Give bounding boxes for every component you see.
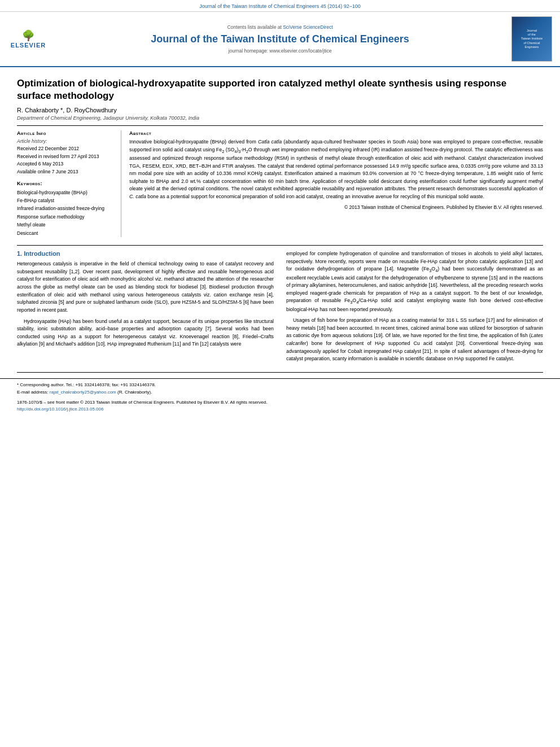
keyword-6: Desiccant — [17, 229, 115, 237]
keywords-section: Keywords: Biological-hydroxyapatite (BHA… — [17, 181, 115, 238]
keyword-2: Fe-BHAp catalyst — [17, 196, 115, 204]
header-area: 🌳 ELSEVIER Contents lists available at S… — [0, 12, 560, 67]
footnote-star: * Corresponding author. Tel.: +91 332414… — [17, 382, 156, 387]
intro-left-col: 1. Introduction Heterogeneous catalysis … — [17, 250, 276, 366]
elsevier-logo-area: 🌳 ELSEVIER — [6, 16, 51, 62]
copyright-line: © 2013 Taiwan Institute of Chemical Engi… — [129, 204, 543, 211]
top-journal-line: Journal of the Taiwan Institute of Chemi… — [0, 0, 560, 12]
abstract-col: Abstract Innovative biological-hydroxyap… — [129, 130, 543, 237]
intro-body-left: Heterogeneous catalysis is imperative in… — [17, 260, 274, 348]
elsevier-logo: 🌳 ELSEVIER — [8, 31, 48, 47]
footnote-email-link[interactable]: rajat_chakraborty25@yahoo.com — [50, 390, 116, 395]
elsevier-label: ELSEVIER — [11, 42, 46, 49]
section-title-text: Introduction — [24, 250, 60, 257]
introduction-two-col: 1. Introduction Heterogeneous catalysis … — [17, 250, 543, 366]
header-center: Contents lists available at SciVerse Sci… — [55, 16, 505, 62]
keyword-4: Response surface methodology — [17, 213, 115, 221]
intro-body-right: employed for complete hydrogenation of q… — [286, 250, 543, 363]
footnote-email-who: (R. Chakraborty). — [117, 390, 152, 395]
footer-divider — [17, 372, 543, 373]
footnote-email-label: E-mail address: — [17, 390, 49, 395]
keyword-5: Methyl oleate — [17, 221, 115, 229]
article-info-col: Article Info Article history: Received 2… — [17, 130, 121, 237]
footnote-email-line: E-mail address: rajat_chakraborty25@yaho… — [17, 389, 543, 396]
journal-title: Journal of the Taiwan Institute of Chemi… — [151, 33, 409, 46]
available-date: Available online 7 June 2013 — [17, 168, 115, 176]
abstract-heading: Abstract — [129, 130, 543, 136]
sciverse-link[interactable]: SciVerse ScienceDirect — [283, 24, 333, 30]
top-journal-citation: Journal of the Taiwan Institute of Chemi… — [199, 3, 361, 9]
history-label: Article history: — [17, 138, 115, 144]
revised-date: Received in revised form 27 April 2013 — [17, 153, 115, 161]
keywords-heading: Keywords: — [17, 181, 115, 186]
received-date: Received 22 December 2012 — [17, 145, 115, 153]
issn-text: 1876-1070/$ – see front matter © 2013 Ta… — [17, 400, 267, 405]
intro-para-2: Hydroxyapatite (HAp) has been found usef… — [17, 318, 274, 349]
main-content: Optimization of biological-hydroxyapatit… — [0, 67, 560, 372]
elsevier-tree-icon: 🌳 — [22, 29, 34, 42]
intro-right-col: employed for complete hydrogenation of q… — [284, 250, 543, 366]
article-info-heading: Article Info — [17, 130, 115, 136]
introduction-section: 1. Introduction Heterogeneous catalysis … — [17, 245, 543, 366]
doi-link[interactable]: http://dx.doi.org/10.1016/j.jtice.2013.0… — [17, 407, 103, 412]
page-wrapper: Journal of the Taiwan Institute of Chemi… — [0, 0, 560, 417]
footnote-text: * Corresponding author. Tel.: +91 332414… — [17, 382, 543, 389]
affiliation-text: Department of Chemical Engineering, Jada… — [17, 115, 543, 121]
article-info-abstract: Article Info Article history: Received 2… — [17, 125, 543, 237]
abstract-text-block: Innovative biological-hydroxyapatite (BH… — [129, 138, 543, 211]
intro-para-4: Usages of fish bone for preparation of H… — [286, 317, 543, 363]
abstract-paragraph: Innovative biological-hydroxyapatite (BH… — [129, 138, 543, 200]
cover-text: Journal of the Taiwan Institute of Chemi… — [521, 29, 542, 49]
footer-issn: 1876-1070/$ – see front matter © 2013 Ta… — [17, 399, 543, 407]
intro-section-title: 1. Introduction — [17, 250, 274, 257]
authors-line: R. Chakraborty *, D. RoyChowdhury — [17, 107, 543, 113]
intro-para-1: Heterogeneous catalysis is imperative in… — [17, 260, 274, 314]
article-title: Optimization of biological-hydroxyapatit… — [17, 77, 543, 102]
authors-text: R. Chakraborty *, D. RoyChowdhury — [17, 107, 117, 113]
journal-homepage: journal homepage: www.elsevier.com/locat… — [229, 48, 332, 54]
footer-doi: http://dx.doi.org/10.1016/j.jtice.2013.0… — [17, 407, 543, 412]
keyword-1: Biological-hydroxyapatite (BHAp) — [17, 189, 115, 196]
keyword-3: Infrared irradiation-assisted freeze-dry… — [17, 204, 115, 212]
intro-para-3: employed for complete hydrogenation of q… — [286, 250, 543, 313]
journal-cover-area: Journal of the Taiwan Institute of Chemi… — [509, 16, 554, 62]
accepted-date: Accepted 6 May 2013 — [17, 160, 115, 168]
sciverse-line: Contents lists available at SciVerse Sci… — [227, 24, 333, 30]
section-number: 1. — [17, 250, 22, 257]
journal-cover-image: Journal of the Taiwan Institute of Chemi… — [511, 16, 552, 62]
footer-area: * Corresponding author. Tel.: +91 332414… — [0, 378, 560, 417]
